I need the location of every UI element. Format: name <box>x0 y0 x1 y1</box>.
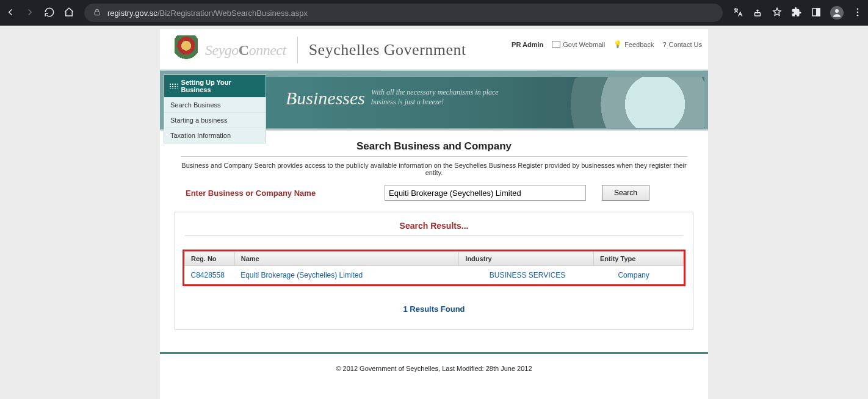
share-icon[interactable] <box>752 7 763 20</box>
nav-reload-icon[interactable] <box>44 7 55 20</box>
lock-icon <box>93 8 101 18</box>
star-icon[interactable] <box>772 7 783 20</box>
intro-text: Business and Company Search provides acc… <box>175 162 693 176</box>
results-count: 1 Results Found <box>181 304 687 314</box>
results-panel: Search Results... Reg. No Name Industry … <box>175 212 693 330</box>
cell-industry[interactable]: BUSINESS SERVICES <box>459 266 594 285</box>
col-entity-type: Entity Type <box>593 252 683 266</box>
svg-point-7 <box>857 14 859 16</box>
svg-rect-3 <box>817 9 820 16</box>
table-row: C8428558 Equiti Brokerage (Seychelles) L… <box>185 266 684 285</box>
profile-avatar-icon[interactable] <box>830 6 844 20</box>
dots-icon <box>169 83 178 89</box>
search-label: Enter Business or Company Name <box>186 189 369 198</box>
link-feedback[interactable]: 💡Feedback <box>613 40 654 48</box>
cell-reg-no[interactable]: C8428558 <box>185 266 235 285</box>
nav-forward-icon[interactable] <box>24 7 35 20</box>
mail-icon <box>552 41 560 48</box>
sidebar-item-taxation-info[interactable]: Taxation Information <box>164 128 266 143</box>
results-heading: Search Results... <box>181 221 687 231</box>
sidebar-menu: Setting Up Your Business Search Business… <box>164 74 266 143</box>
link-govt-webmail[interactable]: Govt Webmail <box>552 41 605 48</box>
kebab-menu-icon[interactable] <box>852 7 863 20</box>
search-row: Enter Business or Company Name Search <box>175 185 693 201</box>
svg-rect-0 <box>95 12 99 15</box>
window-icon[interactable] <box>811 7 822 20</box>
main-content: Search Business and Company Business and… <box>160 131 708 342</box>
banner-title: Businesses <box>286 88 365 109</box>
banner-subtitle: With all the necessary mechanisms in pla… <box>371 88 499 107</box>
col-name: Name <box>234 252 459 266</box>
link-contact-us[interactable]: ?Contact Us <box>662 41 702 48</box>
results-highlight-frame: Reg. No Name Industry Entity Type C84285… <box>183 250 685 286</box>
extensions-icon[interactable] <box>791 7 802 20</box>
sidebar-item-search-business[interactable]: Search Business <box>164 97 266 112</box>
cell-entity-type[interactable]: Company <box>593 266 683 285</box>
browser-chrome: registry.gov.sc/BizRegistration/WebSearc… <box>0 0 868 26</box>
site-header: SeygoConnect Seychelles Government PR Ad… <box>160 29 708 70</box>
divider <box>185 235 683 236</box>
nav-back-icon[interactable] <box>5 7 16 20</box>
help-icon: ? <box>662 41 666 48</box>
cell-name[interactable]: Equiti Brokerage (Seychelles) Limited <box>234 266 459 285</box>
col-reg-no: Reg. No <box>185 252 235 266</box>
url-text: registry.gov.sc/BizRegistration/WebSearc… <box>107 9 308 18</box>
search-input[interactable] <box>385 185 586 201</box>
col-industry: Industry <box>459 252 594 266</box>
banner-decorative-image <box>540 77 704 128</box>
header-divider <box>297 37 298 63</box>
nav-home-icon[interactable] <box>63 7 74 20</box>
seygoconnect-logo: SeygoConnect <box>205 42 286 59</box>
search-button[interactable]: Search <box>602 185 649 201</box>
page-container: SeygoConnect Seychelles Government PR Ad… <box>160 29 708 399</box>
translate-icon[interactable] <box>732 7 743 20</box>
bulb-icon: 💡 <box>613 40 622 48</box>
footer-text: © 2012 Government of Seychelles, Last Mo… <box>336 365 532 372</box>
footer: © 2012 Government of Seychelles, Last Mo… <box>160 352 708 399</box>
svg-point-6 <box>857 11 859 13</box>
svg-point-4 <box>835 9 839 13</box>
sidebar-heading: Setting Up Your Business <box>164 75 266 97</box>
results-table: Reg. No Name Industry Entity Type C84285… <box>184 251 684 284</box>
top-utility-links: PR Admin Govt Webmail 💡Feedback ?Contact… <box>512 40 702 48</box>
link-pr-admin[interactable]: PR Admin <box>512 41 543 48</box>
sidebar-item-starting-business[interactable]: Starting a business <box>164 112 266 128</box>
site-title: Seychelles Government <box>309 41 466 59</box>
svg-point-5 <box>857 8 859 10</box>
banner-region: Setting Up Your Business Search Business… <box>160 70 708 131</box>
divider <box>181 156 687 157</box>
url-bar[interactable]: registry.gov.sc/BizRegistration/WebSearc… <box>84 4 723 22</box>
coat-of-arms-logo <box>175 35 198 65</box>
